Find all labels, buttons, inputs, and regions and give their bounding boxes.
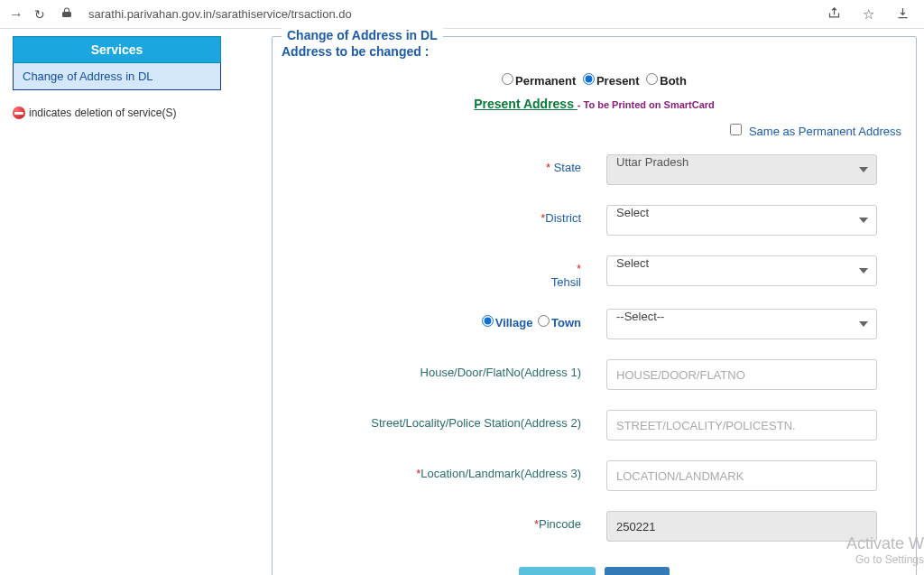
reload-icon[interactable]: ↻ <box>34 7 45 22</box>
url-text[interactable]: sarathi.parivahan.gov.in/sarathiservice/… <box>83 7 811 21</box>
select-state[interactable]: Uttar Pradesh <box>606 154 877 185</box>
radio-present[interactable]: Present <box>583 74 640 88</box>
select-village-town[interactable]: --Select-- <box>606 309 877 339</box>
present-address-label: Present Address <box>474 97 578 111</box>
label-tehsil: *Tehsil <box>282 255 606 289</box>
label-state: * State <box>282 154 606 174</box>
lock-icon <box>61 7 72 21</box>
input-addr3[interactable] <box>606 460 877 491</box>
main-content: Change of Address in DL Address to be ch… <box>221 29 924 575</box>
fieldset-legend: Change of Address in DL <box>282 28 443 42</box>
download-icon[interactable] <box>891 6 915 23</box>
browser-toolbar: → ↻ sarathi.parivahan.gov.in/sarathiserv… <box>0 0 924 29</box>
confirm-button[interactable]: Confirm <box>519 567 596 575</box>
sidebar: Services Change of Address in DL indicat… <box>0 29 221 575</box>
select-tehsil[interactable]: Select <box>606 255 877 286</box>
input-pincode[interactable] <box>606 511 877 542</box>
change-address-fieldset: Change of Address in DL Address to be ch… <box>272 36 917 575</box>
smartcard-note: - To be Printed on SmartCard <box>578 99 715 110</box>
input-addr1[interactable] <box>606 359 877 390</box>
label-district: *District <box>282 205 606 225</box>
label-village-town: Village Town <box>282 309 606 329</box>
radio-permanent[interactable]: Permanent <box>502 74 576 88</box>
button-row: Confirm Reset <box>282 567 907 575</box>
share-icon[interactable] <box>822 6 846 23</box>
deletion-icon <box>13 107 25 119</box>
row-addr1: House/Door/FlatNo(Address 1) <box>282 359 907 390</box>
label-addr1: House/Door/FlatNo(Address 1) <box>282 359 606 379</box>
deletion-note: indicates deletion of service(S) <box>13 107 221 119</box>
row-tehsil: *Tehsil Select <box>282 255 907 289</box>
label-addr2: Street/Locality/Police Station(Address 2… <box>282 410 606 430</box>
label-pincode: *Pincode <box>282 511 606 531</box>
back-arrow-icon[interactable]: → <box>9 6 23 23</box>
present-address-row: Present Address - To be Printed on Smart… <box>282 97 907 111</box>
input-addr2[interactable] <box>606 410 877 441</box>
row-addr2: Street/Locality/Police Station(Address 2… <box>282 410 907 441</box>
section-label: Address to be changed : <box>282 44 907 59</box>
deletion-note-text: indicates deletion of service(S) <box>29 107 176 119</box>
address-type-row: Permanent Present Both <box>282 73 907 88</box>
row-village-town: Village Town --Select-- <box>282 309 907 339</box>
same-as-label: Same as Permanent Address <box>749 125 901 138</box>
row-addr3: *Location/Landmark(Address 3) <box>282 460 907 491</box>
bookmark-star-icon[interactable]: ☆ <box>857 6 880 23</box>
radio-both[interactable]: Both <box>646 74 687 88</box>
select-district[interactable]: Select <box>606 205 877 236</box>
row-state: * State Uttar Pradesh <box>282 154 907 185</box>
radio-village[interactable]: Village <box>482 316 533 329</box>
radio-town[interactable]: Town <box>538 316 581 329</box>
row-district: *District Select <box>282 205 907 236</box>
same-as-row: Same as Permanent Address <box>282 124 901 138</box>
reset-button[interactable]: Reset <box>605 567 670 575</box>
row-pincode: *Pincode <box>282 511 907 542</box>
sidebar-header: Services <box>13 36 221 63</box>
label-addr3: *Location/Landmark(Address 3) <box>282 460 606 480</box>
same-as-checkbox[interactable] <box>730 124 742 135</box>
sidebar-item-change-address[interactable]: Change of Address in DL <box>13 63 221 90</box>
